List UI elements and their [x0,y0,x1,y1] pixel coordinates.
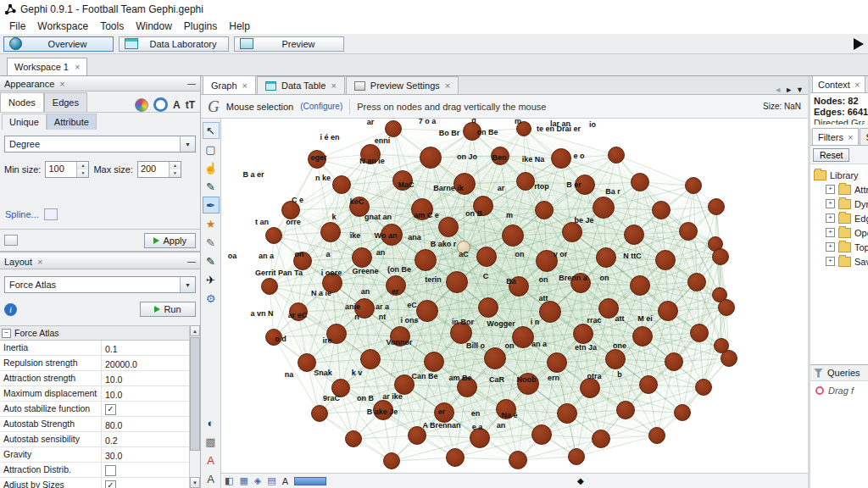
subtab-unique[interactable]: Unique [2,114,47,130]
expand-icon[interactable]: + [826,228,835,237]
tree-item-attribu[interactable]: +Attribu [814,182,868,197]
toolbar-overflow-icon[interactable] [854,38,864,50]
graph-node[interactable] [446,448,465,467]
graph-node[interactable] [446,271,468,293]
scroll-up-icon[interactable]: ▲ [190,325,200,336]
property-value[interactable]: ✓ [102,402,189,416]
tab-preview-settings[interactable]: Preview Settings× [346,76,459,94]
checkbox[interactable]: ✓ [105,480,116,488]
min-size-value[interactable]: 100 [46,162,76,177]
graph-node[interactable] [360,349,381,369]
extra-options-icon[interactable]: ◆ [577,476,584,485]
property-value[interactable]: ✓ [102,478,189,488]
graph-node[interactable] [658,301,678,321]
checkbox[interactable]: ✓ [105,404,116,415]
property-value[interactable]: 10.0 [102,371,189,385]
graph-node[interactable] [424,352,444,372]
graph-node[interactable] [265,227,282,244]
shortest-path-tool[interactable]: ★ [203,215,220,232]
edge-labels-toggle[interactable]: A [203,470,220,487]
hierarchy-button[interactable]: ▦ [239,475,248,486]
close-icon[interactable]: × [75,63,80,71]
property-value[interactable]: 30.0 [102,447,189,462]
graph-node[interactable] [596,247,616,268]
screenshot-button[interactable]: ▩ [203,433,220,450]
menu-item-tools[interactable]: Tools [94,19,130,33]
node-pencil-tool[interactable]: ✎ [203,234,220,251]
max-size-value[interactable]: 200 [138,162,169,177]
graph-node[interactable] [652,201,670,219]
graph-node[interactable] [639,375,658,394]
run-button[interactable]: Run [140,302,196,317]
graph-node[interactable] [535,201,554,219]
graph-node[interactable] [438,217,459,237]
tab-data-table[interactable]: Data Table× [257,76,345,94]
graph-node[interactable] [665,352,683,371]
menu-item-window[interactable]: Window [130,19,178,33]
painter-tool[interactable]: ✎ [203,178,220,195]
minimize-icon[interactable]: — [187,257,196,266]
graph-node[interactable] [562,222,582,242]
collapse-icon[interactable]: − [2,329,11,338]
tab-filters[interactable]: Filters × [812,128,859,145]
label-size-icon[interactable]: tT [186,99,195,111]
spline-link[interactable]: Spline... [5,209,39,219]
graph-node[interactable] [261,278,278,295]
tree-item-saved[interactable]: +Saved [814,254,868,269]
graph-node[interactable] [624,225,644,245]
graph-node[interactable] [632,326,653,347]
graph-node[interactable] [616,401,635,419]
graph-node[interactable] [509,451,527,469]
apply-button[interactable]: Apply [144,233,196,248]
property-value[interactable]: 0.2 [102,432,189,446]
graph-node[interactable] [320,222,341,242]
graph-node[interactable] [573,324,593,344]
graph-node[interactable] [478,297,498,318]
property-value[interactable]: 0.1 [102,341,189,355]
query-drop-area[interactable]: Drag f [810,383,868,398]
graph-node[interactable] [516,172,535,191]
property-value[interactable] [102,463,189,477]
menu-item-plugins[interactable]: Plugins [178,19,223,33]
checkbox[interactable] [105,465,116,476]
tab-statistics[interactable]: St [860,128,868,145]
graph-node[interactable] [718,299,735,316]
graph-node[interactable] [608,147,625,164]
graph-node[interactable] [708,198,725,215]
graph-node[interactable] [712,248,729,265]
expand-icon[interactable]: + [826,242,835,252]
graph-canvas[interactable]: ar7 o admlar anioi é enenniBo Bron Bete … [221,119,808,473]
graph-node[interactable] [345,430,362,447]
graph-node[interactable] [352,247,372,268]
minimize-icon[interactable]: — [187,79,196,88]
graph-node[interactable] [557,403,577,424]
graph-node[interactable] [476,247,497,267]
graph-node[interactable] [416,300,438,322]
menu-item-help[interactable]: Help [223,19,256,33]
chevron-down-icon[interactable]: ▼ [180,136,195,152]
graph-node[interactable] [420,147,442,169]
close-icon[interactable]: × [59,80,64,88]
background-color-toggle[interactable]: ◐ [203,414,220,431]
property-value[interactable]: 10.0 [102,386,189,401]
brush-tool[interactable]: ✒ [203,197,220,214]
graph-node[interactable] [685,177,702,194]
tab-edges[interactable]: Edges [44,92,87,112]
close-icon[interactable]: × [331,81,336,90]
graph-node[interactable] [605,349,626,369]
label-settings-button[interactable]: ▤ [267,475,275,486]
expand-icon[interactable]: + [826,185,835,194]
tree-item-dynam[interactable]: +Dynam [814,197,868,211]
view-button-overview[interactable]: Overview [3,36,114,52]
close-icon[interactable]: × [242,81,248,90]
rectangle-selection-tool[interactable]: ▢ [203,141,220,158]
node-size-icon[interactable] [153,97,168,112]
menu-item-workspace[interactable]: Workspace [31,19,94,33]
scrollbar-thumb[interactable] [190,337,200,451]
scroll-down-icon[interactable]: ▼ [190,477,200,488]
property-value[interactable]: 80.0 [102,417,189,431]
graph-node[interactable] [332,175,351,194]
expand-icon[interactable]: + [826,257,835,266]
color-palette-icon[interactable] [135,98,148,112]
spline-curve-icon[interactable] [44,208,58,220]
